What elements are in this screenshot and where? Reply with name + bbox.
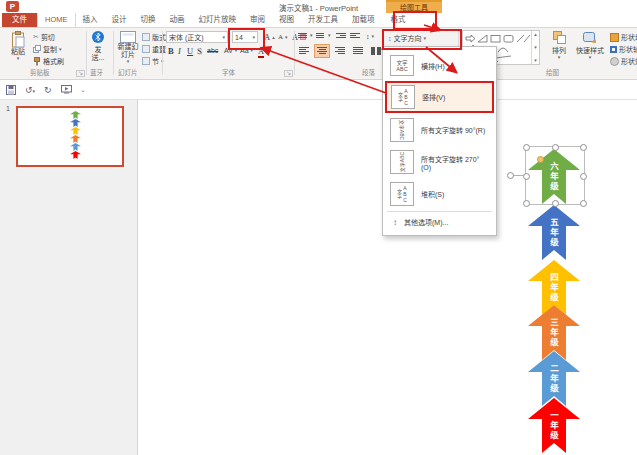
selection-handle[interactable]	[580, 144, 587, 151]
font-group-label: 字体	[222, 67, 235, 77]
text-direction-icon: ↕	[388, 35, 392, 42]
font-size-caret-icon: ▾	[252, 35, 255, 40]
new-slide-button[interactable]: 新建幻灯片 ▾	[115, 31, 141, 64]
window-title: 演示文稿1 - PowerPoint	[0, 2, 637, 13]
selection-handle[interactable]	[580, 173, 587, 180]
numbering-button[interactable]: ▾	[316, 33, 331, 38]
bluetooth-icon	[92, 31, 104, 43]
tab-review[interactable]: 审阅	[243, 13, 272, 27]
bluetooth-group-label: 蓝牙	[90, 67, 103, 77]
new-slide-icon	[120, 31, 136, 43]
strikethrough-button[interactable]: abc	[207, 47, 218, 54]
change-case-button[interactable]: Aa ▾	[240, 47, 253, 54]
tab-file[interactable]: 文件	[2, 13, 37, 27]
menu-item-horizontal[interactable]: 文字ABC 横排(H)	[385, 52, 494, 79]
text-direction-caret-icon: ▾	[424, 36, 427, 41]
tab-view[interactable]: 视图	[272, 13, 301, 27]
menu-item-vertical[interactable]: 文字ABC 竖排(V)	[385, 81, 494, 113]
redo-button[interactable]: ↻	[44, 85, 52, 95]
text-direction-button[interactable]: ↕ 文字方向 ▾	[388, 33, 426, 43]
tab-addins[interactable]: 加载项	[345, 13, 382, 27]
slide-thumbnail-panel: 1	[0, 100, 138, 455]
increase-indent-icon	[350, 33, 360, 38]
tab-developer[interactable]: 开发工具	[301, 13, 345, 27]
undo-icon: ↺	[25, 85, 33, 95]
shape-effects-label: 形状效果	[621, 56, 637, 66]
tab-design[interactable]: 设计	[105, 13, 134, 27]
rotate-270-icon: 文字ABC	[390, 150, 414, 174]
increase-indent-button[interactable]	[350, 33, 360, 38]
underline-button[interactable]: U	[187, 46, 193, 56]
text-shadow-button[interactable]: S	[197, 46, 202, 56]
thumbnail-arrow-stack	[70, 111, 81, 159]
menu-item-label: 竖排(V)	[422, 92, 445, 102]
bullets-button[interactable]: ▾	[298, 33, 313, 38]
tab-insert[interactable]: 插入	[76, 13, 105, 27]
font-color-button[interactable]: A ▾	[258, 46, 269, 58]
menu-separator	[387, 211, 492, 212]
quick-styles-button[interactable]: 快速样式 ▾	[574, 31, 606, 60]
align-left-button[interactable]	[296, 44, 312, 58]
tab-home[interactable]: HOME	[37, 13, 76, 27]
vertical-text-icon: 文字ABC	[391, 85, 415, 109]
grade-arrow-1[interactable]: 一年级	[528, 398, 580, 453]
undo-button[interactable]: ↺▾	[25, 85, 35, 95]
shape-outline-button[interactable]: 形状轮廓	[610, 44, 637, 54]
selection-handle[interactable]	[580, 200, 587, 207]
format-painter-button[interactable]: 格式刷	[33, 56, 64, 66]
shape-effects-icon	[610, 57, 619, 66]
menu-item-rotate-270[interactable]: 文字ABC 所有文字旋转 270°(O)	[385, 147, 494, 177]
start-slideshow-icon[interactable]	[61, 85, 72, 94]
undo-caret-icon: ▾	[33, 88, 36, 94]
font-dialog-launcher[interactable]: ↘	[284, 70, 293, 77]
save-icon[interactable]	[6, 85, 16, 95]
menu-item-stacked[interactable]: 文字ABC 堆积(S)	[385, 179, 494, 209]
change-case-caret-icon: ▾	[251, 48, 254, 53]
grow-font-button[interactable]: A▴	[264, 32, 275, 42]
font-name-combo[interactable]: 宋体 (正文) ▾	[166, 31, 228, 43]
arrange-button[interactable]: 排列 ▾	[546, 31, 572, 60]
shapes-gallery-scrollbar[interactable]: ▴ ▾ ▾	[531, 31, 539, 64]
shape-effects-button[interactable]: 形状效果	[610, 56, 637, 66]
tab-slideshow[interactable]: 幻灯片放映	[192, 13, 244, 27]
decrease-indent-button[interactable]	[336, 33, 346, 38]
group-separator	[294, 31, 295, 75]
bold-button[interactable]: B	[168, 46, 174, 56]
align-center-button[interactable]	[314, 44, 330, 58]
cut-button[interactable]: ✂ 剪切	[33, 32, 55, 42]
clipboard-dialog-launcher[interactable]: ↘	[76, 70, 85, 77]
grade-arrow-label: 一年级	[547, 411, 559, 441]
font-size-combo[interactable]: 14 ▾	[232, 31, 258, 43]
tab-transitions[interactable]: 切换	[134, 13, 163, 27]
decrease-indent-icon	[336, 33, 346, 38]
align-right-button[interactable]	[332, 44, 348, 58]
character-spacing-label: AV	[224, 47, 233, 54]
menu-item-more-options[interactable]: ↕ 其他选项(M)...	[385, 214, 494, 230]
character-spacing-button[interactable]: AV ▾	[224, 47, 237, 54]
section-button[interactable]: 节 ▾	[142, 56, 164, 66]
section-icon	[142, 57, 150, 65]
paste-button[interactable]: 粘贴 ▾	[5, 31, 31, 61]
slides-group-label: 幻灯片	[118, 67, 138, 77]
character-spacing-caret-icon: ▾	[235, 48, 238, 53]
send-label: 发送...	[90, 46, 106, 62]
qat-customize-button[interactable]: ⌄	[81, 87, 86, 93]
group-separator	[113, 31, 114, 75]
menu-item-rotate-90[interactable]: 文字ABC 所有文字旋转 90°(R)	[385, 115, 494, 145]
grade-arrow-6[interactable]: 六年级	[528, 149, 580, 204]
grade-arrow-5[interactable]: 五年级	[528, 205, 580, 260]
reset-label: 重置	[152, 44, 166, 54]
line-spacing-button[interactable]: ↕ ▾	[366, 33, 374, 40]
tab-animations[interactable]: 动画	[163, 13, 192, 27]
slide-thumbnail[interactable]	[16, 106, 124, 167]
bluetooth-send-button[interactable]: 发送...	[85, 31, 111, 62]
italic-button[interactable]: I	[178, 46, 181, 56]
rotation-handle-line	[513, 175, 524, 176]
copy-button[interactable]: 复制 ▾	[33, 44, 62, 54]
numbering-caret-icon: ▾	[328, 33, 331, 38]
rotation-handle[interactable]	[507, 172, 514, 179]
shrink-font-button[interactable]: A▾	[278, 33, 288, 41]
justify-button[interactable]	[350, 44, 366, 58]
tab-format[interactable]: 格式	[384, 13, 413, 27]
shape-fill-button[interactable]: 形状填充	[610, 32, 637, 42]
